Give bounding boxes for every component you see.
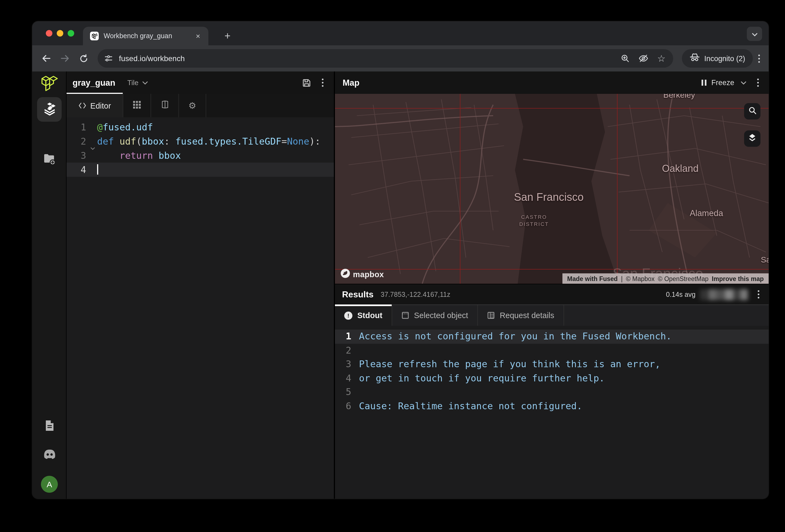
map-layers-button[interactable]	[744, 130, 760, 147]
udf-mode-dropdown[interactable]: Tile	[127, 79, 138, 87]
tile-grid-line	[617, 94, 617, 284]
sidebar-item-udf-layers[interactable]	[37, 97, 61, 122]
browser-tab[interactable]: Workbench gray_guan ×	[83, 27, 208, 45]
chevron-down-icon[interactable]	[741, 81, 746, 84]
code-line[interactable]: 1@fused.udf	[67, 120, 334, 134]
attribution-osm-link[interactable]: © OpenStreetMap	[658, 275, 709, 282]
stdout-output: 1Access is not configured for you in the…	[335, 326, 769, 499]
selected-object-icon	[402, 311, 409, 319]
results-menu-kebab-icon[interactable]	[756, 288, 762, 301]
gear-icon: ⚙	[188, 101, 196, 110]
sidebar-item-docs[interactable]	[32, 420, 67, 434]
map-label-san-francisco: San Francisco	[514, 191, 584, 204]
map-label-oakland: Oakland	[662, 163, 699, 175]
line-number: 3	[67, 148, 88, 162]
tab-search-button[interactable]	[747, 27, 762, 41]
map-header: Map Freeze	[335, 72, 769, 94]
tab-editor[interactable]: Editor	[67, 94, 123, 117]
code-line[interactable]: 4	[67, 162, 334, 177]
line-number: 6	[335, 399, 351, 413]
folded-map-icon	[161, 100, 168, 111]
app-sidebar: A	[32, 72, 67, 499]
fullscreen-window-button[interactable]	[68, 30, 74, 36]
editor-menu-kebab-icon[interactable]	[320, 76, 326, 89]
browser-tabstrip: Workbench gray_guan × +	[32, 21, 769, 45]
user-avatar[interactable]: A	[41, 476, 58, 493]
sidebar-item-discord[interactable]	[32, 449, 67, 462]
code-line[interactable]: 3 return bbox	[67, 148, 334, 162]
tile-grid-line	[335, 269, 769, 270]
fused-favicon-icon	[90, 32, 99, 41]
map-attribution: Made with Fused | © Mapbox © OpenStreetM…	[562, 273, 769, 284]
map-label-berkeley: Berkeley	[663, 94, 695, 99]
code-text: return bbox	[97, 148, 181, 162]
tab-title: Workbench gray_guan	[104, 32, 193, 40]
browser-toolbar: fused.io/workbench ☆ Incognito (2)	[32, 45, 769, 72]
code-text: def udf(bbox: fused.types.TileGDF=None):	[97, 134, 321, 148]
attribution-mapbox-link[interactable]: © Mapbox	[626, 275, 655, 282]
tab-label: Request details	[500, 311, 554, 320]
request-details-icon	[487, 311, 495, 319]
map-label-alameda: Alameda	[690, 208, 723, 218]
back-icon[interactable]	[39, 51, 54, 66]
tab-label: Selected object	[414, 311, 468, 320]
incognito-badge[interactable]: Incognito (2)	[682, 49, 753, 68]
avg-duration-label: 0.14s avg	[666, 290, 695, 298]
mapbox-logo[interactable]: mapbox	[340, 269, 384, 280]
code-editor[interactable]: 1@fused.udf2def udf(bbox: fused.types.Ti…	[67, 117, 334, 499]
results-tabbar: !StdoutSelected objectRequest details	[335, 304, 769, 326]
tab-selected-object[interactable]: Selected object	[392, 305, 478, 326]
freeze-button[interactable]: Freeze	[711, 79, 734, 87]
tool-grid-button[interactable]	[123, 94, 151, 117]
sidebar-item-add-folder[interactable]	[32, 153, 67, 168]
editor-toolbar: Editor ⚙	[67, 94, 334, 117]
address-bar[interactable]: fused.io/workbench ☆	[98, 49, 673, 68]
text-cursor	[97, 164, 98, 175]
bookmark-star-icon[interactable]: ☆	[657, 54, 665, 63]
pause-icon[interactable]	[702, 80, 706, 86]
stdout-line: 5	[335, 385, 769, 399]
save-icon[interactable]	[302, 78, 311, 87]
forward-icon[interactable]	[57, 51, 73, 66]
line-number: 1	[335, 330, 351, 344]
new-tab-button[interactable]: +	[220, 28, 235, 44]
grid-icon	[133, 101, 141, 110]
mapbox-wordmark: mapbox	[353, 270, 384, 279]
tab-close-icon[interactable]: ×	[193, 31, 203, 41]
url-text[interactable]: fused.io/workbench	[119, 54, 612, 63]
tab-request-details[interactable]: Request details	[478, 305, 564, 326]
desktop: Workbench gray_guan × + fus	[0, 0, 785, 532]
minimize-window-button[interactable]	[57, 30, 63, 36]
document-icon	[44, 420, 55, 434]
attribution-improve-link[interactable]: Improve this map	[712, 275, 764, 282]
code-line[interactable]: 2def udf(bbox: fused.types.TileGDF=None)…	[67, 134, 334, 148]
incognito-icon	[689, 53, 700, 64]
line-number: 3	[335, 357, 351, 371]
tab-label: Stdout	[357, 311, 382, 320]
tab-stdout[interactable]: !Stdout	[335, 305, 392, 326]
reload-icon[interactable]	[76, 51, 91, 66]
map-coordinates: 37.7853,-122.4167,11z	[381, 290, 450, 298]
map-menu-kebab-icon[interactable]	[755, 76, 761, 89]
active-udf-underline	[67, 93, 123, 94]
stdout-line: 4or get in touch if you require further …	[335, 371, 769, 385]
zoom-icon[interactable]	[621, 54, 629, 63]
close-window-button[interactable]	[46, 30, 52, 36]
site-settings-icon[interactable]	[102, 52, 115, 65]
map-canvas[interactable]: Berkeley Oakland San Francisco CASTRODIS…	[335, 94, 769, 284]
tool-settings-button[interactable]: ⚙	[178, 94, 206, 117]
tool-map-button[interactable]	[151, 94, 178, 117]
browser-menu-kebab-icon[interactable]	[756, 52, 762, 65]
redacted-sparkline	[700, 289, 748, 300]
map-label-castro-district: CASTRODISTRICT	[519, 214, 549, 228]
udf-name-tab[interactable]: gray_guan	[73, 78, 116, 87]
map-search-button[interactable]	[744, 103, 760, 120]
editor-tab-label: Editor	[90, 101, 111, 110]
code-text	[97, 162, 98, 177]
chevron-down-icon[interactable]	[143, 81, 148, 84]
fused-logo-icon[interactable]	[32, 75, 67, 93]
chevron-down-icon	[752, 29, 757, 39]
tile-grid-line	[460, 94, 460, 284]
eye-slash-icon[interactable]	[638, 54, 648, 63]
stdout-text: Access is not configured for you in the …	[359, 330, 672, 344]
